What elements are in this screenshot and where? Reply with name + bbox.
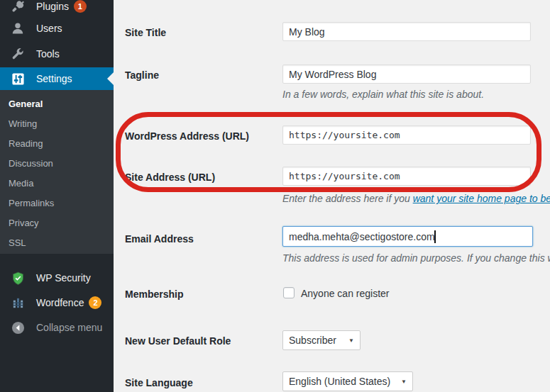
wordfence-icon: [10, 295, 26, 310]
sidebar-subitem-discussion[interactable]: Discussion: [0, 153, 114, 173]
default-role-value: Subscriber: [289, 335, 336, 346]
chevron-down-icon: ▼: [392, 379, 407, 385]
email-description: This address is used for admin purposes.…: [282, 252, 550, 264]
tagline-label: Tagline: [125, 69, 277, 81]
current-menu-arrow: [107, 72, 114, 85]
users-icon: [10, 21, 26, 36]
collapse-arrow-icon: [10, 320, 26, 335]
sidebar-subitem-general[interactable]: General: [0, 94, 114, 113]
plug-icon: [10, 0, 26, 14]
email-address-input[interactable]: [282, 226, 533, 247]
sidebar-item-label: Users: [36, 23, 62, 34]
plugins-update-badge: 1: [74, 0, 87, 13]
anyone-can-register-checkbox[interactable]: [283, 287, 295, 298]
site-home-page-link[interactable]: want your site home page to be a: [413, 193, 550, 204]
sidebar-item-users[interactable]: Users: [0, 16, 114, 41]
sidebar-item-collapse-menu[interactable]: Collapse menu: [0, 316, 114, 339]
site-title-input[interactable]: [282, 22, 531, 41]
admin-sidebar: Plugins 1 Users Tools: [0, 0, 114, 392]
sidebar-item-wp-security[interactable]: WP Security: [0, 266, 114, 290]
wrench-icon: [10, 46, 26, 62]
tagline-input[interactable]: [282, 65, 531, 84]
site-language-value: English (United States): [289, 376, 390, 387]
site-language-label: Site Language: [125, 377, 277, 388]
general-settings-form: Site Title Tagline In a few words, expla…: [114, 0, 550, 392]
sidebar-subitem-ssl[interactable]: SSL: [0, 233, 114, 252]
wordfence-notification-badge: 2: [89, 296, 101, 309]
shield-check-icon: [10, 270, 26, 286]
site-address-input[interactable]: [282, 167, 531, 186]
site-address-description-text: Enter the address here if you: [282, 193, 413, 204]
site-address-label: Site Address (URL): [125, 172, 277, 183]
sidebar-item-label: Plugins: [36, 1, 69, 12]
sidebar-subitem-permalinks[interactable]: Permalinks: [0, 193, 114, 213]
sidebar-subitem-media[interactable]: Media: [0, 173, 114, 193]
text-cursor: [434, 230, 436, 243]
chevron-down-icon: ▼: [340, 337, 354, 344]
site-language-select[interactable]: English (United States) ▼: [282, 371, 413, 391]
sidebar-subitem-writing[interactable]: Writing: [0, 113, 114, 133]
default-role-select[interactable]: Subscriber ▼: [282, 330, 361, 350]
membership-label: Membership: [125, 289, 277, 300]
anyone-can-register-label: Anyone can register: [301, 288, 390, 299]
site-address-description: Enter the address here if you want your …: [282, 193, 550, 204]
wordpress-admin-general-settings: Plugins 1 Users Tools: [0, 0, 550, 392]
sidebar-item-wordfence[interactable]: Wordfence 2: [0, 291, 114, 315]
default-role-label: New User Default Role: [125, 335, 277, 347]
sidebar-item-tools[interactable]: Tools: [0, 41, 114, 67]
sidebar-subitem-privacy[interactable]: Privacy: [0, 213, 114, 233]
settings-submenu: General Writing Reading Discussion Media…: [0, 90, 114, 254]
site-title-label: Site Title: [125, 27, 277, 38]
sidebar-item-label: Tools: [36, 48, 60, 60]
wordpress-address-input[interactable]: [282, 125, 531, 145]
sidebar-item-label: Wordfence: [36, 297, 84, 308]
sidebar-subitem-reading[interactable]: Reading: [0, 133, 114, 153]
sidebar-item-settings[interactable]: Settings: [0, 67, 114, 90]
wordpress-address-label: WordPress Address (URL): [125, 130, 277, 142]
sidebar-item-label: Settings: [36, 73, 72, 84]
sidebar-item-label: Collapse menu: [36, 322, 102, 333]
settings-icon: [10, 71, 26, 86]
sidebar-item-label: WP Security: [36, 272, 91, 284]
tagline-description: In a few words, explain what this site i…: [282, 89, 484, 100]
email-address-label: Email Address: [125, 233, 277, 245]
